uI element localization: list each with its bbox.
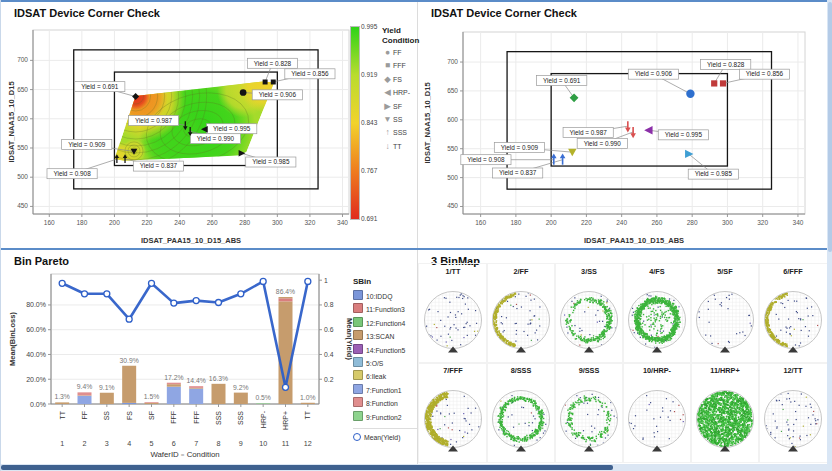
svg-text:0.5%: 0.5% (255, 394, 271, 401)
svg-text:0.2: 0.2 (324, 376, 334, 383)
wafer-map-9-SSS[interactable]: 9/SSS (555, 363, 623, 462)
svg-text:700: 700 (17, 56, 28, 63)
svg-text:180: 180 (510, 219, 521, 226)
svg-text:Yield = 0.691: Yield = 0.691 (81, 83, 119, 90)
sbin-swatch-icon (353, 303, 363, 313)
svg-text:280: 280 (239, 219, 250, 226)
legend-item-FF[interactable]: ●FF (382, 46, 416, 59)
svg-text:30.9%: 30.9% (120, 357, 139, 364)
corner-contour-plot[interactable]: 1601802002202402602803003203404505005506… (5, 20, 353, 246)
sbin-item-9:Function2[interactable]: 9:Function2 (353, 411, 417, 424)
legend-item-FFF[interactable]: ■FFF (382, 59, 416, 72)
FF-marker-icon: ● (382, 46, 393, 59)
svg-text:8/SSS: 8/SSS (511, 366, 532, 375)
wafer-map-2-FF[interactable]: 2/FF (487, 264, 555, 363)
svg-text:340: 340 (337, 219, 348, 226)
svg-text:500: 500 (17, 173, 28, 180)
colorbar-tick: 0.843 (361, 119, 377, 126)
svg-text:FF: FF (81, 411, 88, 420)
svg-text:0.8: 0.8 (324, 301, 334, 308)
legend-item-SSS[interactable]: ↑SSS (382, 126, 416, 139)
svg-text:600: 600 (447, 116, 458, 123)
binmap-grid[interactable]: 1/TT2/FF3/SS4/FS5/SF6/FFF7/FFF8/SSS9/SSS… (419, 264, 827, 462)
svg-text:160: 160 (44, 219, 55, 226)
sbin-swatch-icon (353, 290, 363, 300)
wafer-map-12-TT[interactable]: 12/TT (759, 363, 827, 462)
wafer-map-1-TT[interactable]: 1/TT (419, 264, 487, 363)
sbin-item-11:Function3[interactable]: 11:Function3 (353, 303, 417, 316)
legend-item-SS[interactable]: ▼SS (382, 113, 416, 126)
svg-text:450: 450 (447, 202, 458, 209)
sbin-legend[interactable]: SBin10:IDDQ11:Function312:Function413:SC… (353, 276, 417, 444)
legend-item-SF[interactable]: ▶SF (382, 100, 416, 113)
svg-text:0.6: 0.6 (324, 326, 334, 333)
svg-text:Yield = 0.990: Yield = 0.990 (584, 140, 622, 147)
svg-text:Yield = 0.909: Yield = 0.909 (68, 141, 106, 148)
sbin-swatch-icon (353, 357, 363, 367)
sbin-item-12:Function4[interactable]: 12:Function4 (353, 317, 417, 330)
sbin-item-5:O/S[interactable]: 5:O/S (353, 357, 417, 370)
vertical-scrollbar-thumb[interactable] (828, 2, 832, 252)
svg-text:240: 240 (174, 219, 185, 226)
svg-text:260: 260 (651, 219, 662, 226)
wafer-map-10-HRP-[interactable]: 10/HRP- (623, 363, 691, 462)
wafer-map-3-SS[interactable]: 3/SS (555, 264, 623, 363)
sbin-swatch-icon (353, 330, 363, 340)
svg-text:11/HRP+: 11/HRP+ (710, 366, 739, 375)
svg-text:550: 550 (447, 145, 458, 152)
bin-pareto-chart[interactable]: 0.0%20.0%40.0%60.0%80.0%0.20.40.60.811.3… (5, 266, 351, 462)
sbin-swatch-icon (353, 397, 363, 407)
svg-text:550: 550 (17, 144, 28, 151)
svg-text:IDSAT_PAA15_10_D15_ABS: IDSAT_PAA15_10_D15_ABS (141, 236, 241, 245)
svg-text:FFF: FFF (193, 411, 200, 424)
yield-condition-legend[interactable]: YieldCondition●FF■FFF◆FS◀HRP-▶SF▼SS↑SSS↓… (382, 26, 416, 153)
legend-item-FS[interactable]: ◆FS (382, 73, 416, 86)
wafer-map-8-SSS[interactable]: 8/SSS (487, 363, 555, 462)
svg-text:260: 260 (207, 219, 218, 226)
sbin-item-7:Function1[interactable]: 7:Function1 (353, 384, 417, 397)
svg-text:9: 9 (239, 439, 243, 448)
sbin-item-13:SCAN[interactable]: 13:SCAN (353, 330, 417, 343)
sbin-item-10:IDDQ[interactable]: 10:IDDQ (353, 290, 417, 303)
colorbar-tick: 0.691 (361, 215, 377, 222)
legend-item-TT[interactable]: ↓TT (382, 140, 416, 153)
horizontal-scrollbar[interactable] (1, 464, 832, 471)
svg-text:1/TT: 1/TT (446, 267, 462, 276)
svg-text:9.1%: 9.1% (99, 384, 115, 391)
svg-text:1.0%: 1.0% (300, 394, 316, 401)
svg-text:4: 4 (127, 439, 131, 448)
sbin-item-6:Ileak[interactable]: 6:Ileak (353, 370, 417, 383)
corner-scatter-plot[interactable]: 1601802002202402602803003203404505005506… (421, 20, 825, 246)
sbin-swatch-icon (353, 344, 363, 354)
svg-text:Yield = 0.909: Yield = 0.909 (501, 144, 539, 151)
wafer-map-7-FFF[interactable]: 7/FFF (419, 363, 487, 462)
svg-text:Yield = 0.995: Yield = 0.995 (665, 131, 703, 138)
svg-text:1.3%: 1.3% (54, 393, 70, 400)
sbin-item-8:Function[interactable]: 8:Function (353, 397, 417, 410)
horizontal-scrollbar-thumb[interactable] (1, 465, 613, 470)
wafer-map-11-HRP+[interactable]: 11/HRP+ (691, 363, 759, 462)
svg-text:IDSAT_NAA15_10_D15: IDSAT_NAA15_10_D15 (7, 81, 16, 162)
wafer-map-4-FS[interactable]: 4/FS (623, 264, 691, 363)
vertical-scrollbar[interactable] (827, 0, 832, 464)
svg-text:10: 10 (259, 439, 267, 448)
svg-text:Mean(BinLoss): Mean(BinLoss) (8, 312, 17, 366)
svg-text:320: 320 (304, 219, 315, 226)
sbin-item-14:Function5[interactable]: 14:Function5 (353, 344, 417, 357)
mean-yield-legend-item[interactable]: Mean(Yield) (353, 432, 417, 444)
svg-text:FFF: FFF (170, 411, 177, 424)
legend-item-HRP-[interactable]: ◀HRP- (382, 86, 416, 99)
panel-title: IDSAT Device Corner Check (431, 7, 577, 19)
svg-text:3: 3 (105, 439, 109, 448)
svg-text:700: 700 (447, 58, 458, 65)
svg-text:220: 220 (142, 219, 153, 226)
sbin-swatch-icon (353, 384, 363, 394)
svg-text:Yield = 0.691: Yield = 0.691 (543, 77, 581, 84)
svg-text:6/FFF: 6/FFF (783, 267, 803, 276)
svg-text:200: 200 (546, 219, 557, 226)
wafer-map-5-SF[interactable]: 5/SF (691, 264, 759, 363)
wafer-map-6-FFF[interactable]: 6/FFF (759, 264, 827, 363)
svg-text:17.2%: 17.2% (164, 374, 183, 381)
svg-text:IDSAT_NAA15_10_D15: IDSAT_NAA15_10_D15 (423, 82, 432, 163)
svg-text:Yield = 0.856: Yield = 0.856 (746, 70, 784, 77)
